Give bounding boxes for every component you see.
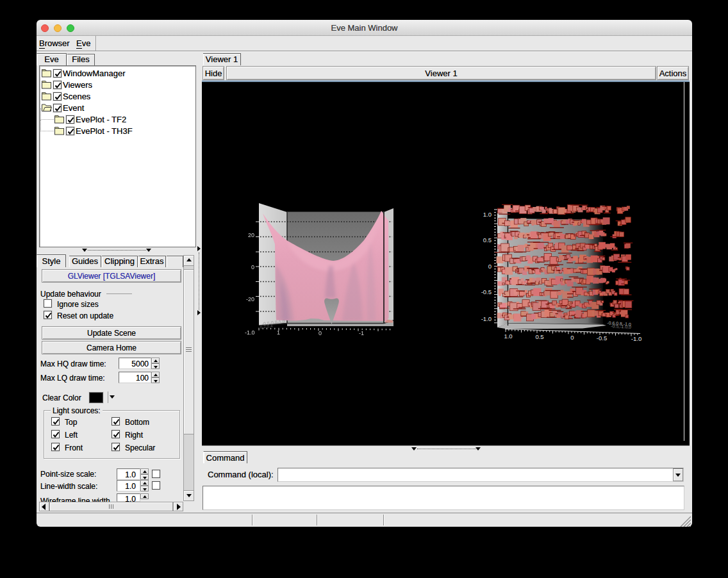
svg-text:20: 20	[248, 232, 254, 238]
svg-text:-1.0: -1.0	[631, 335, 641, 342]
svg-text:-0.5: -0.5	[481, 288, 492, 295]
svg-text:0: 0	[251, 264, 254, 270]
svg-text:1: 1	[277, 329, 280, 336]
svg-text:0.5: 0.5	[535, 333, 543, 340]
svg-text:-0.5: -0.5	[597, 334, 607, 342]
svg-text:-0.5,-1.0,0: -0.5,-1.0,0	[611, 324, 631, 329]
svg-text:-1.0: -1.0	[245, 329, 255, 336]
svg-text:0: 0	[570, 334, 574, 341]
svg-text:0.5: 0.5	[483, 236, 492, 244]
svg-text:0: 0	[318, 330, 322, 336]
svg-text:-20: -20	[246, 296, 254, 302]
svg-text:-1.0: -1.0	[481, 315, 492, 322]
svg-text:0: 0	[488, 263, 492, 270]
svg-text:1.0: 1.0	[483, 211, 492, 218]
svg-text:-1: -1	[359, 330, 364, 336]
svg-text:1.0: 1.0	[504, 333, 512, 340]
